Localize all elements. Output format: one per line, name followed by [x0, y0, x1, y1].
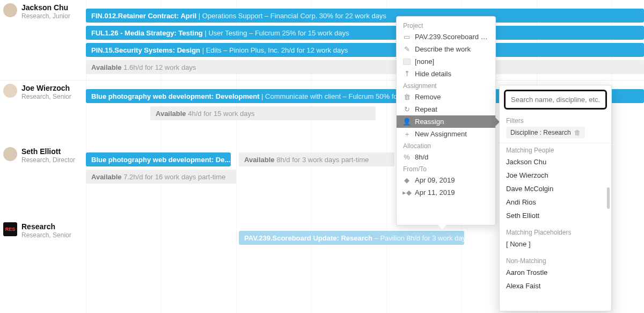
person-name: Joe Wierzoch — [21, 84, 71, 93]
percent-icon: % — [403, 154, 411, 161]
person-header[interactable]: RES Research Research, Senior — [0, 219, 86, 239]
person-role: Research, Junior — [21, 12, 70, 20]
menu-reassign[interactable]: 👤 Reassign — [397, 115, 495, 128]
avatar — [3, 147, 17, 161]
menu-new-assignment[interactable]: ＋ New Assignment — [397, 128, 495, 140]
matching-people-label: Matching People — [500, 143, 611, 155]
avatar — [3, 84, 17, 98]
assignment-context-menu: Project ▭ PAV.239.Scoreboard Updat... ✎ … — [396, 16, 496, 225]
non-matching-label: Non-Matching — [500, 254, 611, 266]
menu-section-allocation: Allocation — [397, 140, 495, 151]
filters-label: Filters — [500, 114, 611, 126]
person-name: Jackson Chu — [21, 3, 70, 12]
person-icon: 👤 — [403, 118, 411, 126]
availability-bar[interactable]: Available 8h/d for 3 work days part-time — [239, 152, 394, 166]
search-field-wrap — [504, 90, 607, 110]
person-option[interactable]: Jackson Chu — [500, 155, 611, 169]
filter-chip-row: Discipline : Research 🗑 — [500, 126, 611, 143]
menu-remove[interactable]: 🗑 Remove — [397, 91, 495, 103]
person-header[interactable]: Joe Wierzoch Research, Senior — [0, 81, 86, 100]
pencil-icon: ✎ — [403, 46, 411, 53]
search-input[interactable] — [507, 92, 604, 107]
matching-placeholders-label: Matching Placeholders — [500, 225, 611, 237]
menu-section-assignment: Assignment — [397, 80, 495, 91]
assignment-bar[interactable]: FUL1.26 - Media Strategy: Testing | User… — [86, 26, 644, 40]
filter-chip[interactable]: Discipline : Research 🗑 — [506, 127, 585, 139]
timeline: FIN.012.Retainer Contract: April | Opera… — [86, 0, 644, 80]
person-option[interactable]: Seth Elliott — [500, 209, 611, 222]
resource-row-jackson: Jackson Chu Research, Junior FIN.012.Ret… — [0, 0, 644, 81]
person-role: Research, Senior — [21, 231, 71, 239]
panel-scrollbar[interactable] — [607, 187, 610, 209]
person-role: Research, Senior — [21, 93, 71, 100]
person-name: Research — [21, 222, 71, 231]
person-header[interactable]: Jackson Chu Research, Junior — [0, 0, 86, 20]
assignment-bar[interactable]: PIN.15.Security Systems: Design | Edits … — [86, 43, 644, 57]
trash-icon: 🗑 — [403, 93, 411, 101]
menu-to-date[interactable]: ▸◆ Apr 11, 2019 — [397, 186, 495, 199]
reassign-panel: Filters Discipline : Research 🗑 Matching… — [499, 85, 612, 311]
assignment-bar-selected[interactable]: PAV.239.Scoreboard Update: Research – Pa… — [239, 231, 464, 245]
collapse-icon: ⤒ — [403, 70, 411, 78]
menu-hide-details[interactable]: ⤒ Hide details — [397, 68, 495, 80]
person-option[interactable]: Joe Wierzoch — [500, 169, 611, 182]
date-start-icon: ◆ — [403, 177, 411, 184]
person-header[interactable]: Seth Elliott Research, Director — [0, 144, 86, 164]
placeholder-option[interactable]: [ None ] — [500, 237, 611, 251]
availability-bar[interactable]: Available 1.6h/d for 12 work days — [86, 60, 644, 74]
project-icon: ▭ — [403, 33, 411, 41]
availability-bar[interactable]: Available 4h/d for 15 work days — [150, 106, 376, 120]
menu-describe[interactable]: ✎ Describe the work — [397, 43, 495, 55]
menu-project-name[interactable]: ▭ PAV.239.Scoreboard Updat... — [397, 31, 495, 43]
menu-allocation[interactable]: % 8h/d — [397, 151, 495, 163]
placeholder-avatar: RES — [3, 222, 17, 236]
date-end-icon: ▸◆ — [403, 189, 411, 196]
scheduling-app: Jackson Chu Research, Junior FIN.012.Ret… — [0, 0, 644, 313]
menu-color-none[interactable]: [none] — [397, 55, 495, 68]
person-role: Research, Director — [21, 156, 75, 164]
person-option-nonmatching[interactable]: Alexa Faist — [500, 279, 611, 293]
avatar — [3, 3, 17, 17]
person-option[interactable]: Andi Rios — [500, 195, 611, 209]
menu-from-date[interactable]: ◆ Apr 09, 2019 — [397, 174, 495, 186]
popover-anchor-arrow-icon — [438, 225, 447, 229]
menu-section-fromto: From/To — [397, 163, 495, 174]
assignment-bar[interactable]: FIN.012.Retainer Contract: April | Opera… — [86, 9, 644, 23]
plus-icon: ＋ — [403, 130, 411, 138]
availability-bar[interactable]: Available 7.2h/d for 16 work days part-t… — [86, 170, 236, 184]
menu-repeat[interactable]: ↻ Repeat — [397, 103, 495, 115]
person-option[interactable]: Dave McColgin — [500, 182, 611, 195]
repeat-icon: ↻ — [403, 106, 411, 113]
person-name: Seth Elliott — [21, 147, 75, 156]
color-swatch-icon — [403, 59, 411, 65]
menu-section-project: Project — [397, 20, 495, 31]
remove-filter-icon[interactable]: 🗑 — [574, 129, 581, 136]
person-option-nonmatching[interactable]: Aaron Trostle — [500, 266, 611, 279]
assignment-bar[interactable]: Blue photography web development: De... — [86, 152, 231, 166]
